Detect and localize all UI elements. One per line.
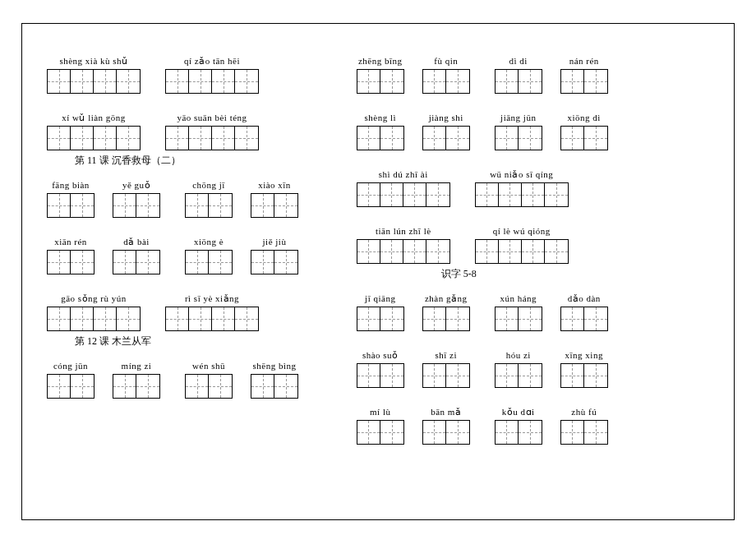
pinyin: shèng lì [364, 112, 396, 123]
char-boxes [165, 126, 259, 150]
char-boxes [475, 182, 569, 207]
word-group: xiān rén [47, 236, 94, 274]
word-group: shēng bìng [251, 360, 298, 399]
word-group: kǒu dɑi [495, 406, 542, 445]
word-group: dǎo dàn [560, 293, 608, 331]
char-boxes [560, 126, 608, 150]
pinyin: fāng biàn [52, 179, 90, 191]
row: shèng xià kù shǔ qí zǎo tān hēi [47, 55, 352, 94]
word-group: gāo sǒng rù yún [47, 293, 141, 331]
char-boxes [422, 69, 470, 94]
pinyin: shī zi [435, 349, 457, 361]
word-group: nán rén [560, 55, 608, 94]
pinyin: jī qiāng [365, 293, 395, 304]
word-group: jiě jiù [251, 236, 298, 274]
pinyin: xīng xing [565, 349, 603, 361]
char-boxes [560, 69, 608, 94]
section-heading-shizi: 识字 5-8 [357, 267, 561, 281]
word-group: jī qiāng [357, 293, 404, 331]
char-boxes [251, 374, 298, 399]
pinyin: yāo suān bèi téng [177, 112, 247, 123]
pinyin: zhàn gǎng [425, 293, 468, 304]
word-group: zhēng bīng [357, 55, 404, 94]
char-boxes [357, 239, 450, 264]
pinyin: jiàng shi [429, 112, 463, 123]
word-group: xīng xing [560, 349, 608, 388]
pinyin: gāo sǒng rù yún [61, 293, 127, 304]
pinyin: jiě jiù [263, 236, 287, 247]
lesson-heading-12: 第 12 课 木兰从军 [75, 334, 352, 348]
char-boxes [495, 69, 542, 94]
pinyin: wū niǎo sī qíng [490, 168, 553, 180]
word-group: rì sī yè xiǎng [165, 293, 259, 331]
char-boxes [47, 250, 94, 274]
pinyin: yě guǒ [122, 179, 150, 191]
right-column: zhēng bīng fù qin dì di nán rén [352, 55, 709, 511]
row: gāo sǒng rù yún rì sī yè xiǎng [47, 293, 352, 331]
word-group: bān mǎ [422, 406, 470, 445]
pinyin: kǒu dɑi [502, 406, 535, 417]
pinyin: xiān rén [54, 236, 87, 247]
char-boxes [357, 363, 404, 388]
word-group: chōng jī [185, 179, 233, 218]
char-boxes [47, 126, 141, 150]
char-boxes [185, 193, 233, 218]
pinyin: rì sī yè xiǎng [185, 293, 239, 304]
pinyin: tiān lún zhī lè [376, 225, 431, 237]
char-boxes [495, 363, 542, 388]
row: fāng biàn yě guǒ chōng jī xiào xīn [47, 179, 352, 218]
word-group: xiōng dì [560, 112, 608, 150]
char-boxes [113, 374, 160, 399]
word-group: shèng lì [357, 112, 404, 150]
pinyin: xún háng [500, 293, 537, 304]
word-group: zhù fú [560, 406, 608, 445]
char-boxes [495, 420, 542, 445]
char-boxes [357, 420, 404, 445]
worksheet-frame: shèng xià kù shǔ qí zǎo tān hēi xí wǔ li… [21, 23, 735, 520]
word-group: zhàn gǎng [422, 293, 470, 331]
char-boxes [47, 307, 141, 331]
char-boxes [357, 307, 404, 331]
char-boxes [357, 69, 404, 94]
char-boxes [422, 420, 470, 445]
pinyin: míng zi [122, 360, 152, 371]
word-group: xí wǔ liàn gōng [47, 112, 141, 150]
row: mí lù bān mǎ kǒu dɑi zhù fú [357, 406, 709, 445]
word-group: jiāng jūn [495, 112, 542, 150]
char-boxes [251, 250, 298, 274]
row: xí wǔ liàn gōng yāo suān bèi téng [47, 112, 352, 150]
pinyin: shì dú zhī ài [379, 168, 428, 180]
pinyin: zhēng bīng [358, 55, 403, 67]
char-boxes [560, 307, 608, 331]
word-group: hóu zi [495, 349, 542, 388]
char-boxes [422, 363, 470, 388]
word-group: yě guǒ [113, 179, 160, 218]
word-group: qí lè wú qióng [475, 225, 569, 264]
word-group: fù qin [422, 55, 470, 94]
word-group: dǎ bài [113, 236, 160, 274]
pinyin: nán rén [569, 55, 599, 67]
char-boxes [422, 126, 470, 150]
pinyin: qí lè wú qióng [493, 225, 551, 237]
char-boxes [495, 126, 542, 150]
pinyin: xiōng è [194, 236, 224, 247]
row: shèng lì jiàng shi jiāng jūn xiōng dì [357, 112, 709, 150]
char-boxes [113, 250, 160, 274]
char-boxes [251, 193, 298, 218]
char-boxes [185, 374, 233, 399]
lesson-heading-11: 第 11 课 沉香救母（二） [75, 154, 352, 168]
pinyin: dǎ bài [123, 236, 150, 247]
pinyin: xiōng dì [568, 112, 601, 123]
page: shèng xià kù shǔ qí zǎo tān hēi xí wǔ li… [0, 0, 756, 535]
word-group: mí lù [357, 406, 404, 445]
char-boxes [113, 193, 160, 218]
char-boxes [47, 193, 94, 218]
char-boxes [357, 182, 450, 207]
word-group: wū niǎo sī qíng [475, 168, 569, 207]
pinyin: hóu zi [506, 349, 531, 361]
char-boxes [47, 374, 94, 399]
row: zhēng bīng fù qin dì di nán rén [357, 55, 709, 94]
word-group: shī zi [422, 349, 470, 388]
two-column-layout: shèng xià kù shǔ qí zǎo tān hēi xí wǔ li… [47, 55, 709, 511]
pinyin: bān mǎ [431, 406, 461, 417]
